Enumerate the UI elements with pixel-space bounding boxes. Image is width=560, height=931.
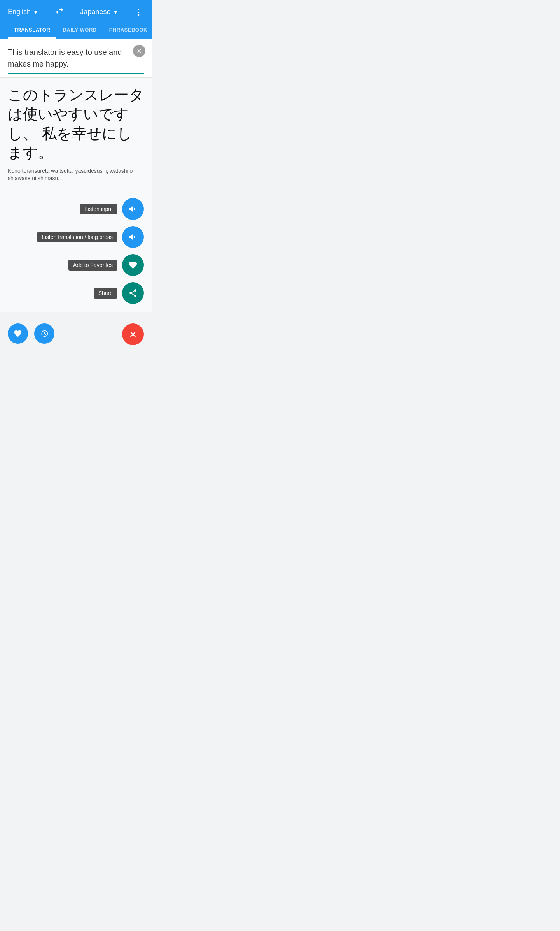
share-tooltip: Share [94,288,117,299]
swap-languages-icon[interactable] [55,6,64,18]
history-icon [40,329,49,338]
listen-input-tooltip: Listen input [80,204,117,214]
app-header: English ▼ Japanese ▼ ⋮ TRANSLATOR DAILY … [0,0,152,39]
translation-area: このトランスレータは使いやすいですし、 私を幸せにします。 Kono toran… [0,78,152,194]
heart-icon [128,260,138,270]
add-favorites-tooltip: Add to Favorites [68,260,117,271]
target-language-selector[interactable]: Japanese ▼ [80,8,118,16]
input-area: This translator is easy to use and makes… [0,39,152,78]
share-button[interactable] [122,282,144,304]
close-button[interactable] [122,323,144,345]
listen-translation-tooltip: Listen translation / long press [37,232,117,242]
target-language-chevron-icon: ▼ [113,9,118,15]
tab-phrasebook[interactable]: PHRASEBOOK [103,22,152,39]
close-icon [136,48,142,54]
listen-translation-row: Listen translation / long press [37,226,144,248]
main-content: This translator is easy to use and makes… [0,39,152,312]
romanization-text: Kono toransurēta wa tsukai yasuidesushi,… [8,167,144,183]
share-row: Share [94,282,144,304]
share-icon [128,288,138,298]
close-fab-icon [128,330,138,339]
header-top: English ▼ Japanese ▼ ⋮ [8,6,144,22]
tab-translator[interactable]: TRANSLATOR [8,22,56,39]
source-language-selector[interactable]: English ▼ [8,8,38,16]
action-buttons: Listen input Listen translation / long p… [0,194,152,312]
volume-icon [128,204,138,214]
add-favorites-row: Add to Favorites [68,254,144,276]
tab-daily-word[interactable]: DAILY WORD [56,22,103,39]
bottom-section [0,312,152,390]
listen-translation-button[interactable] [122,226,144,248]
listen-input-button[interactable] [122,198,144,220]
clear-input-button[interactable] [133,45,145,57]
source-language-label: English [8,8,31,16]
volume-translation-icon [128,232,138,242]
more-options-icon[interactable]: ⋮ [135,7,144,17]
heart-bottom-icon [14,329,22,338]
favorites-bottom-button[interactable] [8,323,28,344]
translation-text: このトランスレータは使いやすいですし、 私を幸せにします。 [8,86,144,163]
add-favorites-button[interactable] [122,254,144,276]
bottom-left-buttons [8,323,54,344]
history-button[interactable] [34,323,54,344]
tab-bar: TRANSLATOR DAILY WORD PHRASEBOOK FLASH [8,22,144,39]
swap-icon-svg [55,6,64,16]
listen-input-row: Listen input [80,198,144,220]
target-language-label: Japanese [80,8,110,16]
input-text[interactable]: This translator is easy to use and makes… [8,46,144,74]
source-language-chevron-icon: ▼ [33,9,38,15]
